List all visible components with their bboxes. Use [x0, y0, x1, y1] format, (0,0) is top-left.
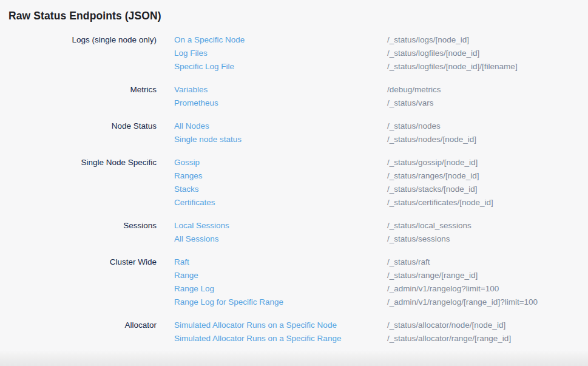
category-label: Node Status [0, 120, 157, 133]
endpoint-link[interactable]: Simulated Allocator Runs on a Specific N… [174, 320, 337, 330]
endpoints-column: /_status/local_sessions/_status/sessions [387, 219, 588, 246]
endpoint-link[interactable]: Gossip [174, 158, 200, 167]
endpoint-link-row: Log Files [174, 47, 387, 60]
endpoint-link[interactable]: Range Log [174, 284, 214, 293]
endpoint-link[interactable]: Single node status [174, 135, 242, 144]
endpoint-group: Single Node SpecificGossipRangesStacksCe… [0, 156, 588, 209]
endpoint-path: /_status/logfiles/[node_id]/[filename] [387, 60, 588, 73]
links-column: VariablesPrometheus [174, 83, 387, 110]
endpoint-link-row: Specific Log File [174, 60, 387, 73]
category-label: Cluster Wide [0, 256, 157, 269]
endpoint-link-row: Prometheus [174, 97, 387, 110]
footer-strip [0, 350, 588, 366]
endpoint-link[interactable]: Stacks [174, 185, 199, 194]
endpoint-link-row: All Sessions [174, 232, 387, 246]
endpoint-link[interactable]: Ranges [174, 171, 203, 180]
category-label: Sessions [0, 219, 157, 232]
endpoint-path: /_status/raft [387, 256, 588, 269]
endpoint-link[interactable]: All Nodes [174, 121, 209, 130]
endpoint-link-row: Simulated Allocator Runs on a Specific R… [174, 332, 387, 345]
endpoints-column: /_status/gossip/[node_id]/_status/ranges… [387, 156, 588, 209]
endpoint-link[interactable]: All Sessions [174, 234, 219, 243]
endpoint-link-row: Gossip [174, 156, 387, 169]
endpoint-table: Logs (single node only)On a Specific Nod… [0, 33, 588, 345]
endpoint-link-row: Range [174, 269, 387, 282]
endpoint-link[interactable]: Specific Log File [174, 62, 234, 71]
endpoint-group: MetricsVariablesPrometheus/debug/metrics… [0, 83, 588, 110]
endpoints-column: /_status/allocator/node/[node_id]/_statu… [387, 319, 588, 345]
endpoint-link-row: All Nodes [174, 120, 387, 133]
endpoint-path: /_admin/v1/rangelog?limit=100 [387, 282, 588, 296]
links-column: Simulated Allocator Runs on a Specific N… [174, 319, 387, 345]
links-column: On a Specific NodeLog FilesSpecific Log … [174, 33, 387, 73]
endpoint-path: /_status/allocator/range/[range_id] [387, 332, 588, 345]
endpoint-path: /_status/range/[range_id] [387, 269, 588, 282]
endpoint-link[interactable]: Log Files [174, 49, 208, 58]
endpoints-column: /debug/metrics/_status/vars [387, 83, 588, 110]
endpoint-link[interactable]: Local Sessions [174, 221, 229, 230]
category-label: Logs (single node only) [0, 33, 157, 47]
endpoint-path: /_status/ranges/[node_id] [387, 169, 588, 183]
endpoint-link[interactable]: Range Log for Specific Range [174, 297, 283, 307]
endpoint-link-row: Ranges [174, 169, 387, 183]
endpoint-path: /_status/nodes/[node_id] [387, 133, 588, 146]
endpoints-column: /_status/raft/_status/range/[range_id]/_… [387, 256, 588, 309]
endpoint-link[interactable]: Variables [174, 85, 208, 94]
endpoint-path: /_status/allocator/node/[node_id] [387, 319, 588, 332]
links-column: All NodesSingle node status [174, 120, 387, 146]
endpoint-link-row: Simulated Allocator Runs on a Specific N… [174, 319, 387, 332]
endpoint-link[interactable]: Simulated Allocator Runs on a Specific R… [174, 334, 341, 343]
endpoint-group: AllocatorSimulated Allocator Runs on a S… [0, 319, 588, 345]
endpoint-link-row: Raft [174, 256, 387, 269]
endpoint-link-row: Certificates [174, 196, 387, 209]
endpoint-path: /_status/local_sessions [387, 219, 588, 232]
endpoint-link-row: Variables [174, 83, 387, 97]
category-label: Allocator [0, 319, 157, 332]
endpoint-link-row: Range Log for Specific Range [174, 296, 387, 309]
page-title: Raw Status Endpoints (JSON) [8, 9, 588, 22]
endpoint-group: Node StatusAll NodesSingle node status/_… [0, 120, 588, 146]
endpoint-path: /_status/logfiles/[node_id] [387, 47, 588, 60]
endpoint-link-row: Single node status [174, 133, 387, 146]
endpoint-link[interactable]: Range [174, 271, 198, 280]
endpoint-path: /_status/vars [387, 97, 588, 110]
endpoint-group: SessionsLocal SessionsAll Sessions/_stat… [0, 219, 588, 246]
endpoint-link[interactable]: Certificates [174, 198, 215, 207]
endpoint-link[interactable]: On a Specific Node [174, 35, 245, 44]
endpoint-group: Logs (single node only)On a Specific Nod… [0, 33, 588, 73]
endpoint-path: /_status/gossip/[node_id] [387, 156, 588, 169]
endpoint-link-row: Range Log [174, 282, 387, 296]
endpoints-column: /_status/logs/[node_id]/_status/logfiles… [387, 33, 588, 73]
links-column: RaftRangeRange LogRange Log for Specific… [174, 256, 387, 309]
endpoints-column: /_status/nodes/_status/nodes/[node_id] [387, 120, 588, 146]
endpoint-path: /_admin/v1/rangelog/[range_id]?limit=100 [387, 296, 588, 309]
endpoint-link[interactable]: Prometheus [174, 98, 218, 107]
category-label: Single Node Specific [0, 156, 157, 169]
endpoint-group: Cluster WideRaftRangeRange LogRange Log … [0, 256, 588, 309]
endpoint-link-row: On a Specific Node [174, 33, 387, 47]
endpoint-path: /_status/sessions [387, 232, 588, 246]
endpoint-path: /_status/logs/[node_id] [387, 33, 588, 47]
endpoint-path: /_status/certificates/[node_id] [387, 196, 588, 209]
endpoint-path: /debug/metrics [387, 83, 588, 97]
endpoint-link-row: Stacks [174, 183, 387, 196]
links-column: GossipRangesStacksCertificates [174, 156, 387, 209]
endpoint-link[interactable]: Raft [174, 257, 189, 266]
endpoint-path: /_status/nodes [387, 120, 588, 133]
links-column: Local SessionsAll Sessions [174, 219, 387, 246]
endpoint-link-row: Local Sessions [174, 219, 387, 232]
endpoint-path: /_status/stacks/[node_id] [387, 183, 588, 196]
category-label: Metrics [0, 83, 157, 97]
